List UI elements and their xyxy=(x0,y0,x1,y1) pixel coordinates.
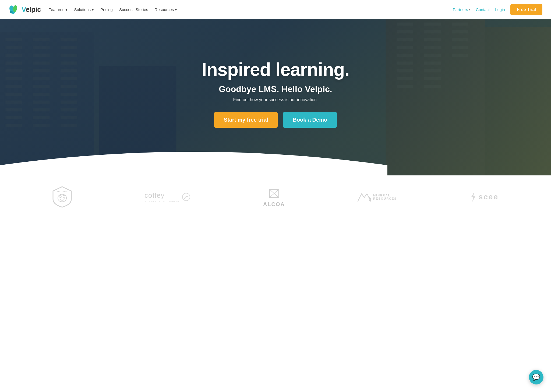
scee-text: scee xyxy=(479,193,499,201)
nav-solutions[interactable]: Solutions ▾ xyxy=(74,7,94,12)
logo-mineral-resources: MINERAL RESOURCES xyxy=(358,192,397,202)
nav-links: Features ▾ Solutions ▾ Pricing Success S… xyxy=(48,7,177,12)
nav-partners[interactable]: Partners ▾ xyxy=(453,7,471,12)
svg-point-72 xyxy=(60,197,64,200)
nav-success-stories[interactable]: Success Stories xyxy=(119,7,148,12)
alcoa-diamond-icon xyxy=(267,187,281,200)
svg-point-74 xyxy=(182,193,190,201)
hero-content: Inspired learning. Goodbye LMS. Hello Ve… xyxy=(196,59,355,128)
velpic-logo-icon xyxy=(9,4,20,15)
alcoa-text: ALCOA xyxy=(263,201,285,207)
scee-bolt-icon xyxy=(469,192,477,202)
hero-section: Inspired learning. Goodbye LMS. Hello Ve… xyxy=(0,19,551,175)
hero-subtitle: Goodbye LMS. Hello Velpic. xyxy=(202,84,349,94)
svg-text:BULLDOGS: BULLDOGS xyxy=(57,190,68,192)
logo-link[interactable]: Velpic xyxy=(9,4,41,15)
free-trial-button[interactable]: Free Trial xyxy=(510,4,542,15)
svg-point-69 xyxy=(58,194,66,202)
svg-text:18: 18 xyxy=(61,203,63,204)
mineral-resources-text-top: MINERAL xyxy=(373,194,390,197)
resources-chevron-icon: ▾ xyxy=(175,7,177,12)
hero-curve xyxy=(0,144,387,175)
logo-text: Velpic xyxy=(22,5,41,14)
nav-resources[interactable]: Resources ▾ xyxy=(155,7,177,12)
logo-bulldogs: BULLDOGS 18 xyxy=(52,186,72,208)
nav-left: Velpic Features ▾ Solutions ▾ Pricing Su… xyxy=(9,4,177,15)
svg-point-2 xyxy=(10,11,13,13)
coffey-text: coffey xyxy=(144,191,180,200)
nav-contact[interactable]: Contact xyxy=(476,7,490,12)
hero-description: Find out how your success is our innovat… xyxy=(202,97,349,102)
start-trial-button[interactable]: Start my free trial xyxy=(214,112,278,128)
nav-pricing[interactable]: Pricing xyxy=(100,7,113,12)
solutions-chevron-icon: ▾ xyxy=(92,7,94,12)
mineral-resources-text-bottom: RESOURCES xyxy=(373,197,397,200)
nav-features[interactable]: Features ▾ xyxy=(48,7,68,12)
coffey-arrow-icon xyxy=(182,193,190,201)
features-chevron-icon: ▾ xyxy=(65,7,68,12)
nav-login[interactable]: Login xyxy=(495,7,505,12)
logo-alcoa: ALCOA xyxy=(263,187,285,207)
svg-marker-80 xyxy=(471,192,475,202)
logos-section: BULLDOGS 18 coffey A TETRA TECH COMPANY xyxy=(0,175,551,216)
partners-chevron-icon: ▾ xyxy=(469,8,470,11)
logo-coffey: coffey A TETRA TECH COMPANY xyxy=(144,191,190,203)
bulldogs-shield-icon: BULLDOGS 18 xyxy=(52,186,72,208)
logo-scee: scee xyxy=(469,192,499,202)
navbar: Velpic Features ▾ Solutions ▾ Pricing Su… xyxy=(0,0,551,19)
hero-title: Inspired learning. xyxy=(202,59,349,80)
nav-right: Partners ▾ Contact Login Free Trial xyxy=(453,4,542,15)
mineral-resources-icon xyxy=(358,192,371,202)
book-demo-button[interactable]: Book a Demo xyxy=(283,112,337,128)
hero-buttons: Start my free trial Book a Demo xyxy=(202,112,349,128)
